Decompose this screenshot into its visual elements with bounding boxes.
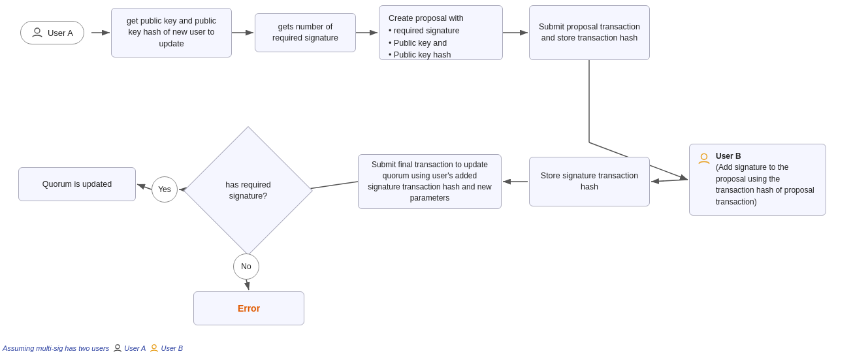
svg-point-14 (35, 28, 40, 33)
get-public-key-node: get public key and public key hash of ne… (111, 8, 232, 57)
legend-user-b: User B (150, 344, 183, 353)
svg-line-13 (246, 280, 249, 290)
yes-circle: Yes (152, 176, 178, 203)
legend-user-a-icon (113, 344, 122, 353)
svg-line-11 (137, 184, 152, 189)
svg-point-17 (152, 345, 156, 349)
error-label: Error (238, 303, 260, 314)
quorum-label: Quorum is updated (42, 180, 112, 189)
diagram: User A get public key and public key has… (0, 0, 868, 358)
user-b-label: User B (Add signature to the proposal us… (716, 151, 818, 208)
legend-user-a: User A (113, 344, 146, 353)
diamond-node: has required signature? (202, 145, 294, 236)
get-public-key-label: get public key and public key hash of ne… (120, 16, 223, 50)
store-signature-label: Store signature transaction hash (538, 171, 641, 193)
user-a-icon (31, 27, 43, 39)
svg-point-15 (701, 154, 707, 159)
error-node: Error (193, 291, 304, 325)
submit-final-label: Submit final transaction to update quoru… (366, 159, 493, 203)
create-proposal-node: Create proposal with • required signatur… (379, 5, 503, 60)
diamond-label: has required signature? (216, 180, 281, 203)
submit-proposal-node: Submit proposal transaction and store tr… (529, 5, 650, 60)
gets-number-node: gets number of required signature (255, 13, 356, 52)
legend-user-b-label: User B (161, 344, 183, 352)
user-b-node: User B (Add signature to the proposal us… (689, 144, 826, 216)
quorum-node: Quorum is updated (18, 167, 136, 201)
store-signature-node: Store signature transaction hash (529, 157, 650, 206)
no-circle: No (233, 253, 259, 280)
submit-final-node: Submit final transaction to update quoru… (358, 154, 502, 209)
legend-text: Assuming multi-sig has two users (3, 344, 109, 352)
no-label: No (241, 262, 251, 271)
create-proposal-label: Create proposal with • required signatur… (389, 12, 464, 61)
svg-line-7 (651, 180, 688, 182)
svg-point-16 (116, 345, 120, 349)
user-b-icon (698, 152, 711, 165)
user-a-label: User A (48, 28, 73, 38)
submit-proposal-label: Submit proposal transaction and store tr… (538, 22, 641, 44)
legend-user-a-label: User A (124, 344, 146, 352)
user-a-node: User A (13, 18, 91, 47)
yes-label: Yes (158, 185, 171, 194)
gets-number-label: gets number of required signature (263, 22, 347, 44)
legend-user-b-icon (150, 344, 159, 353)
legend: Assuming multi-sig has two users User A … (3, 344, 183, 353)
